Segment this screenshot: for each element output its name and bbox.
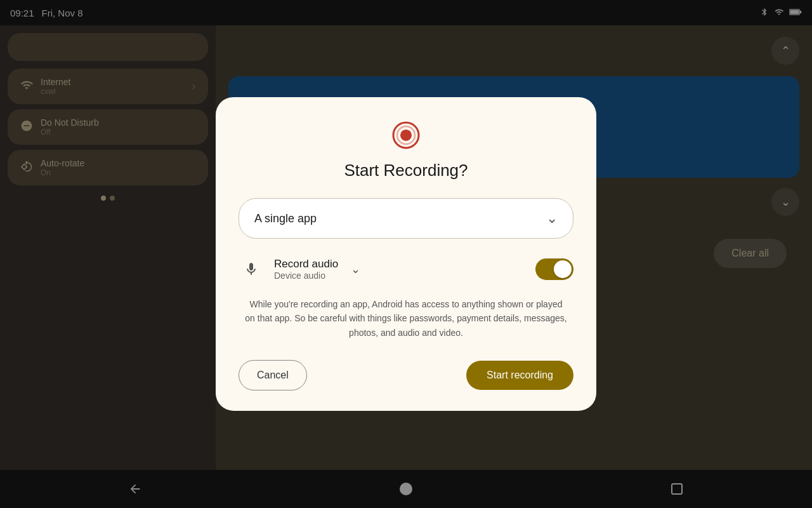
- start-recording-button[interactable]: Start recording: [466, 361, 573, 390]
- cancel-button[interactable]: Cancel: [239, 360, 307, 391]
- record-audio-toggle[interactable]: [535, 258, 573, 280]
- app-dropdown-value: A single app: [254, 211, 317, 225]
- audio-label: Record audio: [274, 258, 338, 271]
- toggle-thumb: [554, 260, 572, 278]
- warning-text: While you're recording an app, Android h…: [239, 297, 573, 340]
- recording-icon: [391, 120, 421, 150]
- start-recording-dialog: Start Recording? A single app ⌄ Record a…: [216, 97, 596, 411]
- app-dropdown[interactable]: A single app ⌄: [239, 198, 573, 239]
- mic-icon: [239, 257, 264, 282]
- dropdown-arrow-icon: ⌄: [546, 210, 558, 227]
- dialog-buttons: Cancel Start recording: [239, 360, 573, 391]
- audio-label-group: Record audio Device audio: [274, 258, 338, 281]
- audio-row: Record audio Device audio ⌄: [239, 257, 573, 282]
- audio-dropdown-arrow-icon[interactable]: ⌄: [351, 262, 360, 276]
- audio-sub-label: Device audio: [274, 271, 338, 281]
- dialog-title: Start Recording?: [344, 161, 468, 180]
- svg-point-4: [400, 130, 412, 141]
